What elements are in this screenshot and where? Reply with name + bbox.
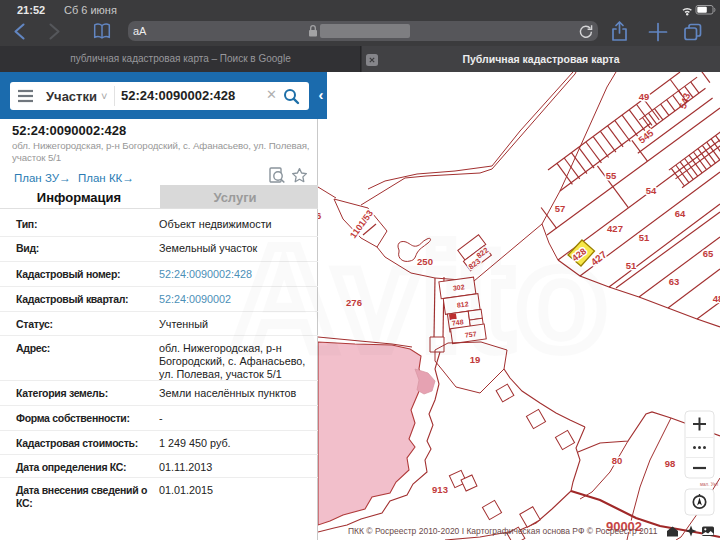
svg-text:48: 48: [713, 293, 720, 304]
svg-text:51: 51: [639, 232, 650, 243]
svg-text:80: 80: [612, 455, 623, 466]
svg-text:913: 913: [432, 484, 448, 495]
svg-text:98: 98: [665, 458, 676, 469]
svg-text:65: 65: [703, 248, 714, 259]
svg-text:276: 276: [346, 297, 362, 308]
svg-text:мал. Укл: мал. Укл: [700, 482, 718, 487]
svg-text:ПКК © Росреестр 2010-2020 I Ка: ПКК © Росреестр 2010-2020 I Картографиче…: [348, 526, 658, 536]
svg-text:55: 55: [606, 170, 617, 181]
svg-text:250: 250: [417, 256, 433, 267]
svg-text:63: 63: [669, 276, 680, 287]
svg-text:57: 57: [555, 203, 566, 214]
svg-text:76: 76: [318, 210, 321, 221]
svg-text:49: 49: [639, 91, 650, 102]
svg-text:54: 54: [646, 185, 657, 196]
svg-text:51: 51: [626, 260, 637, 271]
svg-text:427: 427: [607, 223, 623, 234]
svg-text:19: 19: [470, 354, 481, 365]
svg-text:64: 64: [675, 208, 686, 219]
